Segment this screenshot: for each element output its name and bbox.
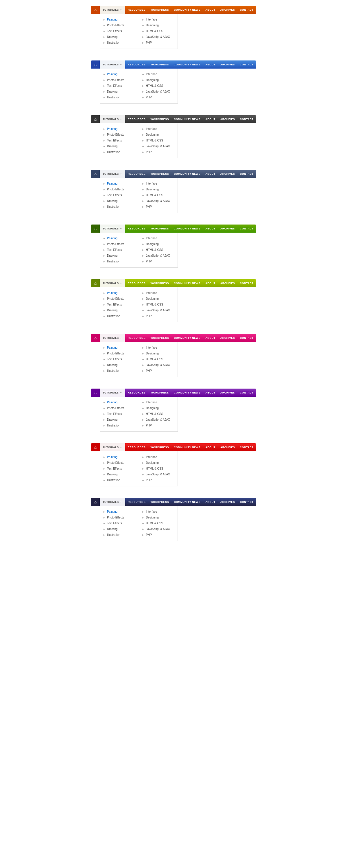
dropdown-item[interactable]: ►Designing	[142, 132, 175, 138]
nav-item-archives[interactable]: ARCHIVES	[219, 391, 237, 394]
dropdown-item[interactable]: ►HTML & CSS	[142, 247, 175, 253]
nav-item-about[interactable]: ABOUT	[203, 8, 217, 11]
dropdown-label[interactable]: HTML & CSS	[146, 521, 163, 525]
nav-item-archives[interactable]: ARCHIVES	[219, 282, 237, 285]
nav-item-resources[interactable]: RESOURCES	[126, 63, 148, 66]
dropdown-label[interactable]: Interface	[146, 346, 157, 350]
nav-item-wordpress[interactable]: WORDPRESS	[149, 500, 171, 503]
dropdown-label[interactable]: JavaScript & AJAX	[146, 144, 170, 148]
dropdown-label[interactable]: Drawing	[107, 254, 118, 258]
dropdown-label[interactable]: Drawing	[107, 418, 118, 422]
dropdown-link[interactable]: Painting	[107, 18, 117, 22]
nav-item-archives[interactable]: ARCHIVES	[219, 118, 237, 121]
dropdown-label[interactable]: PHP	[146, 369, 152, 373]
nav-item-archives[interactable]: ARCHIVES	[219, 227, 237, 230]
dropdown-item[interactable]: ►Designing	[142, 77, 175, 83]
dropdown-item[interactable]: ►HTML & CSS	[142, 83, 175, 89]
dropdown-label[interactable]: Drawing	[107, 90, 118, 94]
dropdown-label[interactable]: PHP	[146, 424, 152, 428]
dropdown-link[interactable]: Painting	[107, 291, 117, 295]
dropdown-label[interactable]: Illustration	[107, 41, 120, 45]
dropdown-label[interactable]: Designing	[146, 133, 158, 137]
nav-item-wordpress[interactable]: WORDPRESS	[149, 173, 171, 175]
dropdown-label[interactable]: Text Effects	[107, 303, 122, 307]
dropdown-item[interactable]: ►Interface	[142, 454, 175, 460]
dropdown-item[interactable]: ►Designing	[142, 296, 175, 302]
nav-item-contact[interactable]: CONTACT	[238, 337, 255, 339]
dropdown-item[interactable]: ►Interface	[142, 17, 175, 23]
dropdown-item[interactable]: ►HTML & CSS	[142, 411, 175, 417]
nav-item-wordpress[interactable]: WORDPRESS	[149, 227, 171, 230]
dropdown-label[interactable]: PHP	[146, 41, 152, 45]
dropdown-item[interactable]: ►PHP	[142, 40, 175, 46]
dropdown-label[interactable]: Interface	[146, 291, 157, 295]
dropdown-label[interactable]: Illustration	[107, 150, 120, 154]
dropdown-label[interactable]: Interface	[146, 72, 157, 76]
dropdown-item[interactable]: ►Painting	[103, 290, 136, 296]
nav-item-contact[interactable]: CONTACT	[238, 446, 255, 449]
dropdown-label[interactable]: Interface	[146, 400, 157, 404]
dropdown-item[interactable]: ►Painting	[103, 345, 136, 351]
dropdown-label[interactable]: Designing	[146, 24, 158, 28]
home-button[interactable]: ⌂	[91, 6, 100, 14]
home-button[interactable]: ⌂	[91, 498, 100, 506]
dropdown-link[interactable]: Painting	[107, 455, 117, 459]
nav-item-community[interactable]: COMMUNITY NEWS	[172, 227, 202, 230]
dropdown-label[interactable]: PHP	[146, 205, 152, 209]
home-button[interactable]: ⌂	[91, 443, 100, 452]
dropdown-label[interactable]: Photo Effects	[107, 242, 124, 246]
nav-item-wordpress[interactable]: WORDPRESS	[149, 337, 171, 339]
nav-item-resources[interactable]: RESOURCES	[126, 337, 148, 339]
tutorials-button[interactable]: TUTORIALS▼	[100, 115, 125, 123]
dropdown-item[interactable]: ►Painting	[103, 454, 136, 460]
nav-item-community[interactable]: COMMUNITY NEWS	[172, 63, 202, 66]
dropdown-label[interactable]: JavaScript & AJAX	[146, 418, 170, 422]
dropdown-label[interactable]: JavaScript & AJAX	[146, 363, 170, 367]
tutorials-button[interactable]: TUTORIALS▼	[100, 498, 125, 506]
tutorials-button[interactable]: TUTORIALS▼	[100, 334, 125, 342]
dropdown-label[interactable]: Illustration	[107, 533, 120, 537]
dropdown-item[interactable]: ►Designing	[142, 460, 175, 466]
dropdown-label[interactable]: Interface	[146, 18, 157, 22]
nav-item-about[interactable]: ABOUT	[203, 446, 217, 449]
nav-item-archives[interactable]: ARCHIVES	[219, 446, 237, 449]
home-button[interactable]: ⌂	[91, 115, 100, 123]
dropdown-label[interactable]: Designing	[146, 516, 158, 520]
dropdown-item[interactable]: ►PHP	[142, 368, 175, 374]
dropdown-label[interactable]: HTML & CSS	[146, 467, 163, 471]
dropdown-item[interactable]: ►Interface	[142, 400, 175, 405]
dropdown-label[interactable]: HTML & CSS	[146, 84, 163, 88]
dropdown-label[interactable]: Illustration	[107, 259, 120, 264]
dropdown-item[interactable]: ►Interface	[142, 71, 175, 77]
dropdown-label[interactable]: Drawing	[107, 144, 118, 148]
dropdown-label[interactable]: Designing	[146, 351, 158, 355]
dropdown-label[interactable]: JavaScript & AJAX	[146, 472, 170, 476]
dropdown-label[interactable]: JavaScript & AJAX	[146, 199, 170, 203]
dropdown-item[interactable]: ►PHP	[142, 259, 175, 265]
nav-item-about[interactable]: ABOUT	[203, 63, 217, 66]
dropdown-label[interactable]: Drawing	[107, 527, 118, 531]
nav-item-contact[interactable]: CONTACT	[238, 282, 255, 285]
dropdown-label[interactable]: Drawing	[107, 35, 118, 39]
nav-item-about[interactable]: ABOUT	[203, 282, 217, 285]
dropdown-label[interactable]: Photo Effects	[107, 78, 124, 82]
dropdown-item[interactable]: ►JavaScript & AJAX	[142, 526, 175, 532]
dropdown-label[interactable]: Photo Effects	[107, 297, 124, 301]
nav-item-archives[interactable]: ARCHIVES	[219, 63, 237, 66]
nav-item-wordpress[interactable]: WORDPRESS	[149, 282, 171, 285]
tutorials-button[interactable]: TUTORIALS▼	[100, 170, 125, 178]
dropdown-label[interactable]: PHP	[146, 259, 152, 264]
nav-item-resources[interactable]: RESOURCES	[126, 446, 148, 449]
dropdown-item[interactable]: ►Designing	[142, 23, 175, 28]
dropdown-label[interactable]: Illustration	[107, 369, 120, 373]
dropdown-label[interactable]: JavaScript & AJAX	[146, 308, 170, 312]
dropdown-label[interactable]: JavaScript & AJAX	[146, 90, 170, 94]
dropdown-item[interactable]: ►Interface	[142, 126, 175, 132]
dropdown-item[interactable]: ►Interface	[142, 345, 175, 351]
dropdown-label[interactable]: PHP	[146, 533, 152, 537]
dropdown-item[interactable]: ►JavaScript & AJAX	[142, 144, 175, 149]
dropdown-item[interactable]: ►PHP	[142, 532, 175, 538]
dropdown-item[interactable]: ►Painting	[103, 400, 136, 405]
dropdown-item[interactable]: ►JavaScript & AJAX	[142, 198, 175, 204]
dropdown-label[interactable]: Photo Effects	[107, 351, 124, 355]
